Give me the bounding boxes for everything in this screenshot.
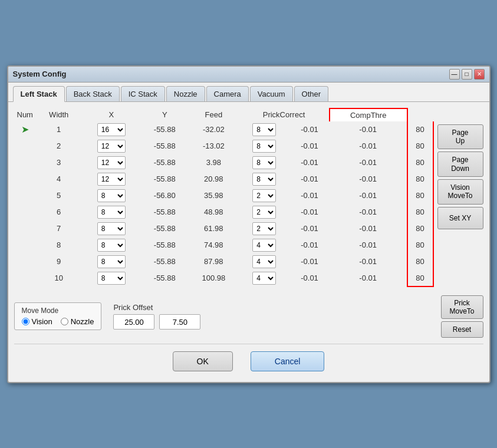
cell-y: 20.98 <box>188 171 239 187</box>
vision-moveto-button[interactable]: VisionMoveTo <box>437 179 483 205</box>
col-header-y: Y <box>141 108 189 121</box>
cancel-button[interactable]: Cancel <box>251 351 325 371</box>
data-table: Num Width X Y Feed PrickCorrect CompThre… <box>14 108 434 287</box>
maximize-button[interactable]: □ <box>462 69 472 80</box>
content-area: Num Width X Y Feed PrickCorrect CompThre… <box>8 102 489 382</box>
width-select[interactable]: 812162432 <box>97 140 126 153</box>
feed-select[interactable]: 12481216 <box>252 156 276 169</box>
tab-other[interactable]: Other <box>294 86 329 101</box>
width-select[interactable]: 812162432 <box>97 123 126 136</box>
cell-x: -55.88 <box>141 220 189 237</box>
tab-back-stack[interactable]: Back Stack <box>66 86 120 101</box>
cell-compthre: 80 <box>407 171 433 187</box>
col-header-width: Width <box>36 108 82 121</box>
title-bar: System Config — □ ✕ <box>8 67 489 83</box>
cell-num: 7 <box>36 220 82 237</box>
feed-select[interactable]: 12481216 <box>252 189 276 202</box>
prick-offset-input-1[interactable] <box>113 314 154 330</box>
col-header-x: X <box>82 108 141 121</box>
set-xy-button[interactable]: Set XY <box>437 207 483 229</box>
width-select[interactable]: 812162432 <box>97 272 126 285</box>
cell-x: -55.88 <box>141 171 189 187</box>
cell-compthre: 80 <box>407 154 433 171</box>
nozzle-radio-item[interactable]: Nozzle <box>61 317 94 326</box>
close-button[interactable]: ✕ <box>474 69 485 80</box>
cell-compthre: 80 <box>407 121 433 138</box>
cell-compthre: 80 <box>407 253 433 270</box>
vision-radio-item[interactable]: Vision <box>22 317 52 326</box>
cell-x: -55.88 <box>141 154 189 171</box>
width-select[interactable]: 812162432 <box>97 189 126 202</box>
page-down-button[interactable]: PageDown <box>437 151 483 177</box>
cell-prick: -0.01 <box>289 204 330 220</box>
footer-buttons: OK Cancel <box>14 344 483 376</box>
width-select[interactable]: 812162432 <box>97 173 126 186</box>
cell-num: 1 <box>36 121 82 138</box>
cell-compthre: 80 <box>407 270 433 286</box>
width-select[interactable]: 812162432 <box>97 239 126 252</box>
cell-x: -55.88 <box>141 270 189 286</box>
cell-num: 4 <box>36 171 82 187</box>
move-mode-radio-group: Vision Nozzle <box>22 317 94 326</box>
cell-compthre: 80 <box>407 237 433 253</box>
feed-select[interactable]: 12481216 <box>252 239 276 252</box>
tab-left-stack[interactable]: Left Stack <box>13 86 65 102</box>
cell-x: -55.88 <box>141 121 189 138</box>
cell-correct: -0.01 <box>330 138 407 154</box>
cell-x: -56.80 <box>141 187 189 204</box>
tab-vacuum[interactable]: Vacuum <box>250 86 293 101</box>
cell-prick: -0.01 <box>289 253 330 270</box>
move-mode-box: Move Mode Vision Nozzle <box>14 302 102 330</box>
width-select[interactable]: 812162432 <box>97 206 126 219</box>
vision-radio[interactable] <box>22 318 29 325</box>
cell-prick: -0.01 <box>289 171 330 187</box>
system-config-window: System Config — □ ✕ Left Stack Back Stac… <box>7 65 491 383</box>
prick-offset-label: Prick Offset <box>113 303 200 312</box>
cell-correct: -0.01 <box>330 253 407 270</box>
width-select[interactable]: 812162432 <box>97 255 126 268</box>
feed-select[interactable]: 12481216 <box>252 272 276 285</box>
cell-correct: -0.01 <box>330 171 407 187</box>
feed-select[interactable]: 12481216 <box>252 173 276 186</box>
tab-ic-stack[interactable]: IC Stack <box>121 86 165 101</box>
cell-y: 3.98 <box>188 154 239 171</box>
tab-camera[interactable]: Camera <box>206 86 249 101</box>
reset-button[interactable]: Reset <box>441 321 483 338</box>
feed-select[interactable]: 12481216 <box>252 222 276 235</box>
feed-select[interactable]: 12481216 <box>252 255 276 268</box>
cell-y: 48.98 <box>188 204 239 220</box>
prick-offset-input-2[interactable] <box>159 314 200 330</box>
page-up-button[interactable]: PageUp <box>437 124 483 150</box>
feed-select[interactable]: 12481216 <box>252 206 276 219</box>
cell-prick: -0.01 <box>289 138 330 154</box>
width-select[interactable]: 812162432 <box>97 156 126 169</box>
cell-x: -55.88 <box>141 237 189 253</box>
cell-compthre: 80 <box>407 138 433 154</box>
col-header-feed: Feed <box>188 108 239 121</box>
cell-x: -55.88 <box>141 253 189 270</box>
current-row-arrow: ➤ <box>14 121 36 138</box>
cell-num: 5 <box>36 187 82 204</box>
cell-x: -55.88 <box>141 138 189 154</box>
nozzle-radio[interactable] <box>61 318 68 325</box>
feed-select[interactable]: 12481216 <box>252 140 276 153</box>
cell-prick: -0.01 <box>289 121 330 138</box>
cell-correct: -0.01 <box>330 237 407 253</box>
minimize-button[interactable]: — <box>449 69 460 80</box>
bottom-right-buttons: PrickMoveTo Reset <box>441 295 483 338</box>
cell-y: 100.98 <box>188 270 239 286</box>
tab-nozzle[interactable]: Nozzle <box>166 86 205 101</box>
cell-correct: -0.01 <box>330 204 407 220</box>
cell-y: 61.98 <box>188 220 239 237</box>
cell-correct: -0.01 <box>330 220 407 237</box>
cell-num: 6 <box>36 204 82 220</box>
window-title: System Config <box>13 70 67 78</box>
cell-prick: -0.01 <box>289 187 330 204</box>
prick-moveto-button[interactable]: PrickMoveTo <box>441 295 483 319</box>
cell-y: -13.02 <box>188 138 239 154</box>
cell-prick: -0.01 <box>289 237 330 253</box>
feed-select[interactable]: 12481216 <box>252 123 276 136</box>
cell-prick: -0.01 <box>289 220 330 237</box>
width-select[interactable]: 812162432 <box>97 222 126 235</box>
ok-button[interactable]: OK <box>173 351 233 371</box>
